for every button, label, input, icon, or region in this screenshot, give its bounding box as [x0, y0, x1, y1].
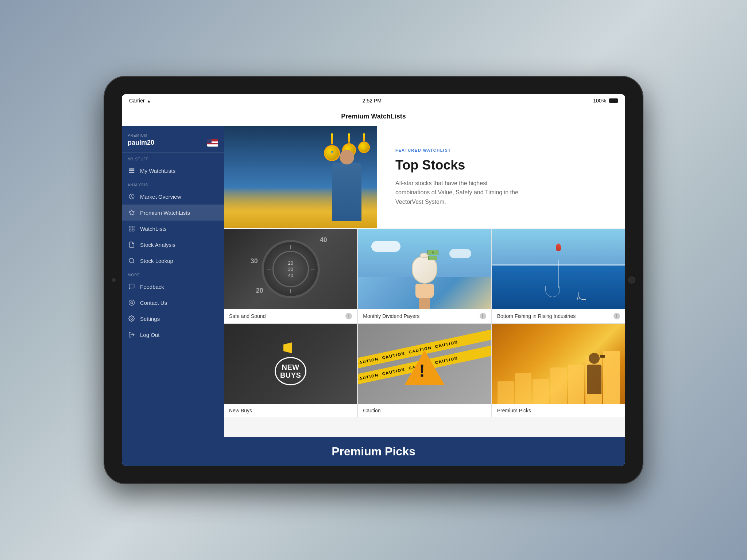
card-label-premium: Premium Picks	[492, 404, 625, 417]
svg-rect-1	[129, 170, 134, 171]
featured-tag: FEATURED WATCHLIST	[395, 148, 607, 152]
safe-dial: 20 30 40	[262, 240, 320, 298]
card-image-safe: 20 30 40 40 30 20	[224, 229, 357, 309]
card-label-caution: Caution	[358, 404, 491, 417]
sidebar-label-feedback: Feedback	[140, 284, 164, 290]
svg-marker-4	[129, 210, 135, 215]
card-title-safe-and-sound: Safe and Sound	[229, 313, 266, 319]
app-area: Premium WatchLists PREMIUM paulm20 M	[122, 107, 625, 466]
sidebar-user: paulm20	[128, 139, 218, 147]
card-image-premium	[492, 324, 625, 404]
document-icon	[128, 241, 136, 249]
status-bar: Carrier 2:52 PM 100%	[122, 94, 625, 107]
svg-point-11	[129, 300, 135, 306]
card-title-caution: Caution	[363, 408, 380, 413]
sidebar-label-market-overview: Market Overview	[140, 194, 181, 200]
featured-info: FEATURED WATCHLIST Top Stocks All-star s…	[377, 126, 625, 228]
svg-rect-8	[132, 229, 134, 231]
featured-section[interactable]: 🏅	[224, 126, 625, 228]
card-title-new-buys: New Buys	[229, 408, 252, 413]
premium-label: PREMIUM	[128, 133, 218, 137]
info-icon-fishing[interactable]: i	[614, 313, 620, 319]
svg-rect-5	[129, 226, 131, 228]
tablet-screen: Carrier 2:52 PM 100% Premium WatchLists	[122, 94, 625, 466]
sidebar-label-stock-analysis: Stock Analysis	[140, 242, 175, 248]
home-button[interactable]	[628, 276, 635, 284]
svg-line-10	[133, 262, 134, 263]
feedback-icon	[128, 283, 136, 291]
card-label-monthly-dividend: Monthly Dividend Payers i	[358, 309, 491, 323]
sidebar-label-watchlists: WatchLists	[140, 226, 167, 232]
logout-icon	[128, 331, 136, 339]
watchlist-card-safe-and-sound[interactable]: 20 30 40 40 30 20	[224, 229, 357, 323]
sidebar-item-settings[interactable]: Settings	[122, 311, 224, 327]
battery-label: 100%	[593, 98, 606, 104]
section-label-analysis: ANALYSIS	[122, 179, 224, 188]
wifi-icon	[147, 98, 151, 104]
card-title-premium: Premium Picks	[497, 408, 531, 413]
card-image-dividend: $	[358, 229, 491, 309]
sidebar: PREMIUM paulm20 MY STUFF My WatchLists	[122, 126, 224, 437]
bottom-bar: Premium Picks	[122, 437, 625, 466]
tablet-frame: Carrier 2:52 PM 100% Premium WatchLists	[104, 76, 643, 484]
grid-icon	[128, 225, 136, 233]
svg-rect-6	[132, 226, 134, 228]
section-label-more: MORE	[122, 269, 224, 279]
sidebar-label-settings: Settings	[140, 316, 160, 322]
watchlist-card-monthly-dividend[interactable]: $	[358, 229, 491, 323]
featured-title: Top Stocks	[395, 158, 607, 173]
sidebar-item-market-overview[interactable]: Market Overview	[122, 188, 224, 205]
camera-left	[112, 278, 116, 282]
time-display: 2:52 PM	[363, 98, 382, 104]
sidebar-item-contact-us[interactable]: Contact Us	[122, 295, 224, 311]
search-icon	[128, 257, 136, 265]
card-label-new-buys: New Buys	[224, 404, 357, 417]
card-image-newbuys: NEWBUYS	[224, 324, 357, 404]
info-icon-dividend[interactable]: i	[480, 313, 486, 319]
svg-rect-7	[129, 229, 131, 231]
bottom-bar-title: Premium Picks	[332, 445, 415, 458]
contact-icon	[128, 299, 136, 307]
content-area: PREMIUM paulm20 MY STUFF My WatchLists	[122, 126, 625, 437]
watchlist-card-new-buys[interactable]: NEWBUYS New Buys	[224, 324, 357, 417]
sidebar-item-feedback[interactable]: Feedback	[122, 279, 224, 295]
list-icon	[128, 167, 136, 175]
main-content: 🏅	[224, 126, 625, 437]
card-title-monthly-dividend: Monthly Dividend Payers	[363, 313, 419, 319]
watchlist-grid: 20 30 40 40 30 20	[224, 229, 625, 417]
carrier-label: Carrier	[129, 98, 145, 104]
sidebar-label-premium-watchlists: Premium WatchLists	[140, 210, 190, 216]
sidebar-item-stock-lookup[interactable]: Stock Lookup	[122, 253, 224, 269]
card-image-fishing	[492, 229, 625, 309]
sidebar-label-my-watchlists: My WatchLists	[140, 168, 175, 174]
featured-image: 🏅	[224, 126, 377, 228]
sidebar-label-log-out: Log Out	[140, 332, 159, 338]
battery-icon	[609, 98, 618, 103]
sidebar-label-contact-us: Contact Us	[140, 300, 167, 306]
sidebar-item-log-out[interactable]: Log Out	[122, 327, 224, 343]
section-label-mystuff: MY STUFF	[122, 153, 224, 163]
chart-icon	[128, 192, 136, 201]
watchlist-card-premium[interactable]: Premium Picks	[492, 324, 625, 417]
star-icon	[128, 209, 136, 217]
sidebar-header: PREMIUM paulm20	[122, 126, 224, 153]
card-label-safe-and-sound: Safe and Sound i	[224, 309, 357, 323]
sidebar-label-stock-lookup: Stock Lookup	[140, 258, 173, 264]
card-image-caution: CAUTION CAUTION CAUTION CAUTION CAUTION …	[358, 324, 491, 404]
card-title-bottom-fishing: Bottom Fishing in Rising Industries	[497, 313, 576, 319]
info-icon-safe[interactable]: i	[345, 313, 352, 319]
sidebar-item-watchlists[interactable]: WatchLists	[122, 221, 224, 237]
featured-desc: All-star stocks that have the highest co…	[395, 179, 519, 207]
watchlist-card-bottom-fishing[interactable]: Bottom Fishing in Rising Industries i	[492, 229, 625, 323]
username: paulm20	[128, 139, 154, 147]
settings-icon	[128, 315, 136, 323]
nav-title: Premium WatchLists	[341, 113, 406, 120]
watchlist-card-caution[interactable]: CAUTION CAUTION CAUTION CAUTION CAUTION …	[358, 324, 491, 417]
sidebar-item-my-watchlists[interactable]: My WatchLists	[122, 163, 224, 179]
sidebar-item-premium-watchlists[interactable]: Premium WatchLists	[122, 205, 224, 221]
flag-icon	[207, 139, 218, 147]
card-label-bottom-fishing: Bottom Fishing in Rising Industries i	[492, 309, 625, 323]
sidebar-item-stock-analysis[interactable]: Stock Analysis	[122, 237, 224, 253]
nav-bar: Premium WatchLists	[122, 107, 625, 126]
svg-rect-2	[129, 172, 134, 173]
